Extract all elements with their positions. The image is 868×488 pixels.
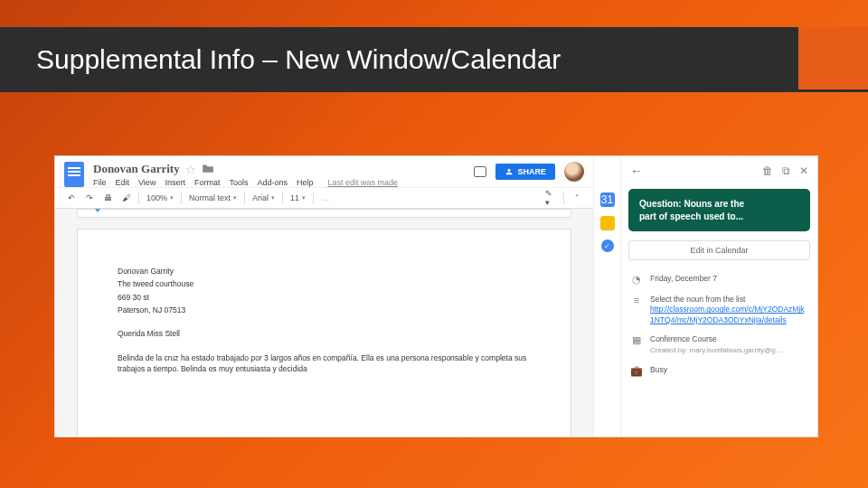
google-docs-logo-icon[interactable]	[64, 162, 84, 187]
menu-help[interactable]: Help	[297, 178, 314, 187]
expand-icon[interactable]: ˆ	[571, 192, 582, 203]
calendar-small-icon: ▦	[630, 334, 643, 346]
doc-line-name: Donovan Garrity	[118, 266, 531, 277]
back-arrow-icon[interactable]: ←	[630, 164, 643, 178]
event-date: Friday, December 7	[650, 274, 808, 284]
document-canvas: Donovan Garrity The tweed courthouse 669…	[55, 209, 593, 436]
menu-addons[interactable]: Add-ons	[257, 178, 288, 187]
menu-insert[interactable]: Insert	[165, 178, 185, 187]
editing-mode-icon[interactable]: ✎ ▾	[545, 192, 556, 203]
menu-bar: File Edit View Insert Format Tools Add-o…	[93, 178, 465, 187]
font-size-select[interactable]: 11▾	[290, 193, 306, 202]
print-icon[interactable]: 🖶	[102, 192, 113, 203]
share-button[interactable]: SHARE	[495, 164, 555, 180]
event-creator: Created by: mary.bonifatious.garrity@g…	[650, 346, 783, 354]
doc-line-addr1: The tweed courthouse	[118, 278, 531, 289]
doc-line-greeting: Querida Miss Stell	[118, 328, 531, 339]
calendar-pane: ← 🗑 ⧉ ✕ Question: Nouns are the part of …	[620, 156, 817, 436]
style-select[interactable]: Normal text▾	[189, 193, 237, 202]
event-card[interactable]: Question: Nouns are the part of speech u…	[628, 189, 810, 231]
document-title[interactable]: Donovan Garrity	[93, 162, 180, 176]
event-details: ◔ Friday, December 7 ≡ Select the noun f…	[625, 269, 814, 381]
separator	[181, 192, 182, 204]
event-title-line2: part of speech used to...	[639, 211, 799, 223]
slide-corner-border	[796, 27, 868, 92]
font-select[interactable]: Arial▾	[252, 193, 275, 202]
separator	[244, 192, 245, 204]
separator	[563, 192, 564, 204]
avatar[interactable]	[564, 162, 584, 182]
document-page[interactable]: Donovan Garrity The tweed courthouse 669…	[77, 229, 571, 436]
side-rail: 31 ✓	[593, 156, 620, 436]
keep-icon[interactable]	[600, 216, 615, 230]
zoom-select[interactable]: 100%▾	[146, 193, 174, 202]
share-label: SHARE	[517, 167, 546, 176]
menu-tools[interactable]: Tools	[229, 178, 248, 187]
app-window: Donovan Garrity ☆ File Edit View Insert …	[54, 155, 818, 437]
docs-toolbar: ↶ ↷ 🖶 🖌 100%▾ Normal text▾ Arial▾ 11▾ … …	[55, 187, 593, 209]
doc-line-addr3: Paterson, NJ 07513	[118, 305, 531, 315]
folder-icon[interactable]	[202, 162, 214, 176]
google-docs-pane: Donovan Garrity ☆ File Edit View Insert …	[55, 156, 593, 436]
docs-header: Donovan Garrity ☆ File Edit View Insert …	[55, 156, 593, 187]
tasks-icon[interactable]: ✓	[601, 239, 614, 252]
slide-title: Supplemental Info – New Window/Calendar	[36, 44, 561, 75]
paint-format-icon[interactable]: 🖌	[120, 192, 131, 203]
redo-icon[interactable]: ↷	[84, 192, 95, 203]
delete-icon[interactable]: 🗑	[762, 164, 773, 177]
slide-title-bar: Supplemental Info – New Window/Calendar	[0, 27, 796, 92]
open-external-icon[interactable]: ⧉	[782, 164, 790, 177]
description-icon: ≡	[630, 295, 643, 305]
calendar-panel-header: ← 🗑 ⧉ ✕	[621, 156, 817, 185]
calendar-icon[interactable]: 31	[600, 192, 615, 207]
more-toolbar[interactable]: …	[321, 193, 329, 202]
star-icon[interactable]: ☆	[185, 163, 196, 176]
doc-paragraph: Belinda de la cruz ha estado trabajado p…	[118, 352, 531, 375]
separator	[138, 192, 139, 204]
menu-file[interactable]: File	[93, 178, 107, 187]
menu-view[interactable]: View	[138, 178, 156, 187]
undo-icon[interactable]: ↶	[66, 192, 77, 203]
last-edit-link[interactable]: Last edit was made	[327, 178, 398, 187]
indent-marker-icon[interactable]	[94, 209, 101, 212]
menu-edit[interactable]: Edit	[116, 178, 130, 187]
event-title-line1: Question: Nouns are the	[639, 198, 799, 211]
edit-in-calendar-button[interactable]: Edit in Calendar	[628, 240, 810, 260]
menu-format[interactable]: Format	[194, 178, 221, 187]
comments-icon[interactable]	[474, 166, 486, 177]
separator	[313, 192, 314, 204]
event-course: Conference Course	[650, 334, 717, 343]
ruler[interactable]	[77, 209, 571, 218]
close-icon[interactable]: ✕	[799, 164, 808, 177]
briefcase-icon: 💼	[630, 365, 643, 377]
event-link[interactable]: http://classroom.google.com/c/MjY2ODAzMj…	[650, 305, 805, 324]
doc-line-addr2: 669 30 st	[118, 292, 531, 303]
separator	[282, 192, 283, 204]
clock-icon: ◔	[630, 274, 643, 286]
event-description-text: Select the noun from the list	[650, 295, 745, 304]
event-availability: Busy	[650, 365, 808, 375]
